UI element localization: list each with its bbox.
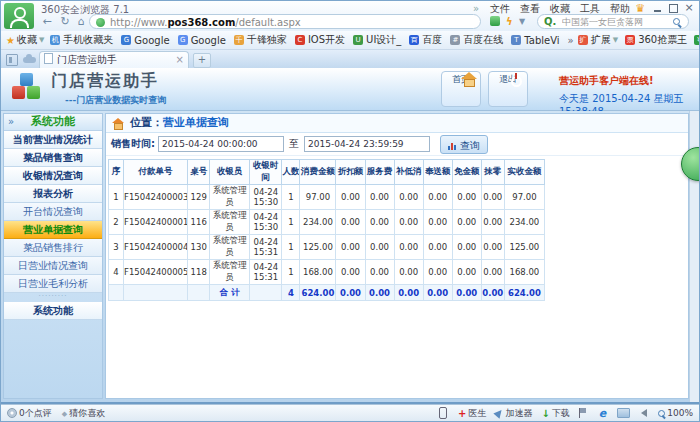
table-cell: 04-24 15:30 [250,185,282,210]
bookmarks-bar: ★ 收藏 ▼ 机手机收藏夹GGoogleGGoogle千千锋独家CIOS开发UU… [1,31,699,50]
statusbar-tool[interactable]: 加速器 [495,407,532,420]
sidebar-item[interactable]: 菜品销售排行 [4,239,102,257]
table-cell: 97.00 [300,185,336,210]
table-cell: 0.00 [452,210,481,235]
menu-overflow-icon[interactable]: » [473,3,479,14]
table-cell: 4 [109,260,124,285]
table-header-cell: 收银员 [210,160,250,185]
statusbar-tool[interactable] [641,409,649,417]
sidebar-toggle-icon[interactable] [6,54,18,66]
browser-window: 360安全浏览器 7.1 »文件查看收藏工具帮助 ♛ × ← ↻ ⌂ http:… [0,0,700,422]
favorites-star-icon[interactable]: ★ [6,35,15,46]
home-button[interactable]: ⌂ [73,14,89,29]
browser-search-box[interactable]: Q. [537,14,689,29]
status-icon [541,408,549,419]
bookmark-favicon: C [295,35,305,45]
tool-icon: 扩 [578,35,588,45]
bookmark-item[interactable]: UUI设计_ [353,33,401,47]
date-from-input[interactable] [158,136,284,152]
statusbar-tool[interactable]: 100% [658,408,693,418]
extension-icon[interactable] [490,16,500,26]
table-cell: 168.00 [300,260,336,285]
speed-bolt-icon[interactable]: ϟ [506,16,513,27]
table-header-cell: 免金额 [452,160,481,185]
sidebar-header[interactable]: »系统功能 [4,114,102,131]
table-cell: 234.00 [504,210,544,235]
table-cell: 系统管理员 [210,235,250,260]
table-cell: 04-24 15:30 [250,210,282,235]
table-cell: 0.00 [394,260,423,285]
table-cell: 0.00 [423,210,452,235]
table-cell: 97.00 [504,185,544,210]
bookmarks-overflow-icon[interactable]: » [568,35,574,46]
table-row[interactable]: 2F15042400001116系统管理员04-24 15:301234.000… [109,210,545,235]
tab-close-icon[interactable]: × [176,52,184,67]
bookmark-item[interactable]: 千千锋独家 [234,33,287,47]
tab-title: 门店营运助手 [57,54,117,65]
statusbar-tool[interactable] [439,407,449,419]
sidebar-item[interactable]: ········· [4,293,102,302]
table-cell: 0.00 [481,260,504,285]
table-cell: 0.00 [394,210,423,235]
toolbar-chevron-icon[interactable]: ▼ [519,17,525,26]
sidebar-item[interactable]: 菜品销售查询 [4,149,102,167]
app-exit-button[interactable]: 退出 [488,71,528,107]
address-bar[interactable]: http://www.pos368.com/default.aspx [89,14,481,29]
favorites-caret-icon[interactable]: ▼ [39,36,44,44]
toolbar-tool-item[interactable]: 扩扩展▼ [578,33,618,47]
statusbar-item[interactable]: 猜你喜欢 [62,407,105,420]
table-cell: F15042400005 [124,260,188,285]
toolbar-tool-item[interactable]: 票360抢票王 [625,33,687,47]
statusbar-tool[interactable] [617,408,632,418]
favorites-label[interactable]: 收藏 [17,33,37,47]
table-cell: 0.00 [336,185,365,210]
sidebar-item[interactable]: 日营业毛利分析 [4,275,102,293]
filter-bar: 销售时间: 至 查询 [106,133,688,156]
bookmark-item[interactable]: CIOS开发 [295,33,345,47]
sidebar-collapse-icon[interactable]: » [8,114,14,130]
search-input[interactable] [560,16,669,28]
sidebar-item[interactable]: 当前营业情况统计 [4,131,102,149]
table-row[interactable]: 1F15042400003129系统管理员04-24 15:30197.000.… [109,185,545,210]
sidebar-item[interactable]: 营业单据查询 [4,221,102,239]
statusbar-tool[interactable]: 医生 [458,407,486,420]
sidebar-item[interactable]: 系统功能 [4,302,102,320]
refresh-button[interactable]: ↻ [57,14,73,29]
bookmark-item[interactable]: GGoogle [121,35,169,46]
sidebar-item[interactable]: 报表分析 [4,185,102,203]
bookmark-item[interactable]: #百度在线 [450,33,503,47]
date-to-input[interactable] [304,136,430,152]
statusbar-tool[interactable] [579,408,590,418]
table-cell: 0.00 [452,185,481,210]
sidebar-item[interactable]: 收银情况查询 [4,167,102,185]
breadcrumb-home-icon [112,118,124,128]
status-icon [617,408,630,418]
table-cell: 0.00 [481,235,504,260]
cloud-sync-icon[interactable] [23,57,36,63]
tab-active[interactable]: 门店营运助手 × [39,51,189,68]
app-home-button[interactable]: 首页 [441,71,481,107]
new-tab-button[interactable]: + [193,53,211,68]
back-button[interactable]: ← [39,14,55,29]
bookmark-item[interactable]: GGoogle [178,35,226,46]
table-row[interactable]: 3F15042400004130系统管理员04-24 15:311125.000… [109,235,545,260]
query-button[interactable]: 查询 [440,135,488,154]
status-icon [599,407,606,420]
bookmark-item[interactable]: 机手机收藏夹 [50,33,113,47]
table-row[interactable]: 4F15042400005118系统管理员04-24 15:311168.000… [109,260,545,285]
total-cell: 合 计 [210,285,250,301]
sidebar-item[interactable]: 日营业情况查询 [4,257,102,275]
bookmark-item[interactable]: 百百度 [409,33,442,47]
statusbar-tool[interactable]: 下载 [541,407,569,420]
bookmark-item[interactable]: TTableVi [511,35,559,46]
page-icon [44,53,53,64]
toolbar-tool-item[interactable]: ¥网银▼ [694,33,700,47]
tool-caret-icon: ▼ [613,36,618,44]
minimize-icon [654,2,661,12]
table-cell: 0.00 [394,185,423,210]
statusbar-tool[interactable] [599,407,608,420]
table-cell: 0.00 [365,260,394,285]
statusbar-item[interactable]: 0个点评 [7,407,52,420]
sidebar-item[interactable]: 开台情况查询 [4,203,102,221]
search-icon[interactable] [673,18,680,25]
